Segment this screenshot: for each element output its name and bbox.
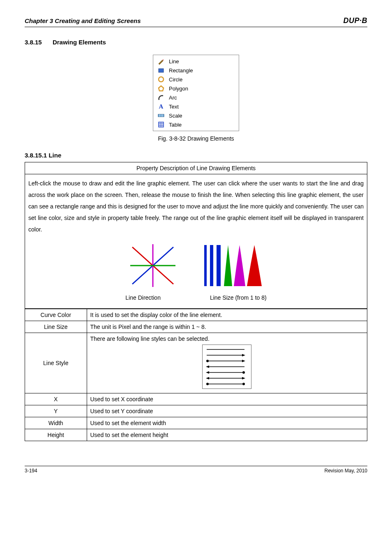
brand-logo: DUP·B bbox=[343, 16, 367, 25]
svg-marker-25 bbox=[206, 365, 209, 368]
menu-item-polygon[interactable]: Polygon bbox=[153, 84, 239, 93]
menu-item-circle[interactable]: Circle bbox=[153, 75, 239, 84]
svg-rect-17 bbox=[210, 245, 213, 286]
menu-label: Line bbox=[169, 58, 179, 65]
svg-marker-21 bbox=[242, 354, 245, 356]
property-table: Curve Color It is used to set the displa… bbox=[25, 309, 367, 441]
table-row: Line Style There are following line styl… bbox=[25, 333, 367, 393]
svg-point-35 bbox=[242, 383, 245, 385]
polygon-icon bbox=[157, 85, 165, 92]
svg-rect-16 bbox=[204, 245, 207, 286]
line-style-plain bbox=[205, 347, 249, 352]
text-icon: A bbox=[157, 103, 165, 110]
menu-item-arc[interactable]: Arc bbox=[153, 93, 239, 102]
row-label-line-size: Line Size bbox=[25, 321, 87, 333]
table-icon bbox=[157, 121, 165, 128]
menu-label: Table bbox=[169, 122, 182, 128]
svg-rect-7 bbox=[159, 122, 164, 127]
line-size-caption: Line Size (from 1 to 8) bbox=[210, 292, 267, 303]
row-label-x: X bbox=[25, 393, 87, 405]
menu-label: Rectangle bbox=[169, 67, 193, 74]
line-direction-illustration bbox=[126, 241, 180, 290]
svg-point-33 bbox=[206, 383, 209, 385]
illustration-row bbox=[28, 235, 364, 292]
line-style-arrow-both bbox=[205, 375, 249, 381]
svg-point-29 bbox=[242, 371, 245, 374]
menu-label: Circle bbox=[169, 76, 182, 83]
menu-item-line[interactable]: Line bbox=[153, 57, 239, 66]
row-value-curve-color: It is used to set the display color of t… bbox=[87, 309, 367, 321]
line-size-illustration bbox=[204, 241, 266, 290]
row-value-line-style: There are following line styles can be s… bbox=[87, 333, 367, 393]
svg-point-22 bbox=[206, 360, 209, 362]
table-row: Line Size The unit is Pixel and the rang… bbox=[25, 321, 367, 333]
property-box: Property Description of Line Drawing Ele… bbox=[25, 162, 367, 441]
rectangle-icon bbox=[157, 67, 165, 74]
drawing-elements-menu: Line Rectangle Circle Polygon Arc A Text bbox=[153, 55, 239, 131]
arc-icon bbox=[157, 94, 165, 101]
figure-caption: Fig. 3-8-32 Drawing Elements bbox=[25, 135, 367, 142]
row-label-height: Height bbox=[25, 429, 87, 441]
menu-item-scale[interactable]: Scale bbox=[153, 111, 239, 120]
menu-label: Polygon bbox=[169, 86, 188, 92]
revision-text: Revision May, 2010 bbox=[325, 468, 368, 474]
table-row: Curve Color It is used to set the displa… bbox=[25, 309, 367, 321]
row-value-width: Used to set the element width bbox=[87, 417, 367, 429]
property-box-title: Property Description of Line Drawing Ele… bbox=[25, 162, 367, 174]
line-style-dot-arrow-right bbox=[205, 358, 249, 364]
svg-rect-0 bbox=[159, 69, 164, 72]
svg-marker-27 bbox=[206, 371, 209, 374]
subsection-number: 3.8.15.1 bbox=[25, 152, 47, 159]
table-row: Width Used to set the element width bbox=[25, 417, 367, 429]
row-label-curve-color: Curve Color bbox=[25, 309, 87, 321]
section-title: Drawing Elements bbox=[53, 39, 106, 46]
row-value-x: Used to set X coordinate bbox=[87, 393, 367, 405]
svg-marker-32 bbox=[242, 377, 245, 379]
row-value-height: Used to set the element height bbox=[87, 429, 367, 441]
table-row: X Used to set X coordinate bbox=[25, 393, 367, 405]
scale-icon bbox=[157, 112, 165, 119]
section-heading: 3.8.15 Drawing Elements bbox=[25, 39, 367, 46]
row-label-y: Y bbox=[25, 405, 87, 417]
row-value-line-size: The unit is Pixel and the range is withi… bbox=[87, 321, 367, 333]
line-styles-dropdown[interactable] bbox=[202, 345, 251, 389]
row-label-line-style: Line Style bbox=[25, 333, 87, 393]
menu-label: Arc bbox=[169, 95, 177, 101]
illustration-captions: Line Direction Line Size (from 1 to 8) bbox=[28, 292, 364, 306]
menu-item-rectangle[interactable]: Rectangle bbox=[153, 66, 239, 75]
table-row: Height Used to set the element height bbox=[25, 429, 367, 441]
menu-item-table[interactable]: Table bbox=[153, 120, 239, 129]
pencil-icon bbox=[157, 58, 165, 65]
property-box-description: Left-click the mouse to draw and edit th… bbox=[25, 174, 367, 309]
svg-point-1 bbox=[159, 77, 164, 82]
line-style-arrow-left bbox=[205, 364, 249, 370]
chapter-title: Chapter 3 Creating and Editing Screens bbox=[25, 17, 141, 24]
menu-item-text[interactable]: A Text bbox=[153, 102, 239, 111]
svg-marker-24 bbox=[242, 360, 245, 362]
line-style-arrow-right bbox=[205, 352, 249, 358]
subsection-heading: 3.8.15.1 Line bbox=[25, 152, 367, 159]
line-style-dot-both bbox=[205, 381, 249, 387]
circle-icon bbox=[157, 76, 165, 83]
menu-label: Text bbox=[169, 104, 179, 110]
svg-rect-18 bbox=[217, 245, 221, 286]
page-header: Chapter 3 Creating and Editing Screens D… bbox=[25, 16, 367, 27]
svg-marker-30 bbox=[206, 377, 209, 379]
page-number: 3-194 bbox=[25, 468, 37, 474]
line-style-arrow-left-dot bbox=[205, 370, 249, 375]
section-number: 3.8.15 bbox=[25, 39, 42, 46]
subsection-title: Line bbox=[48, 152, 61, 159]
row-value-y: Used to set Y coordinate bbox=[87, 405, 367, 417]
row-label-width: Width bbox=[25, 417, 87, 429]
line-direction-caption: Line Direction bbox=[125, 292, 161, 303]
menu-label: Scale bbox=[169, 113, 182, 119]
page-footer: 3-194 Revision May, 2010 bbox=[25, 466, 367, 474]
table-row: Y Used to set Y coordinate bbox=[25, 405, 367, 417]
svg-marker-2 bbox=[159, 86, 164, 91]
